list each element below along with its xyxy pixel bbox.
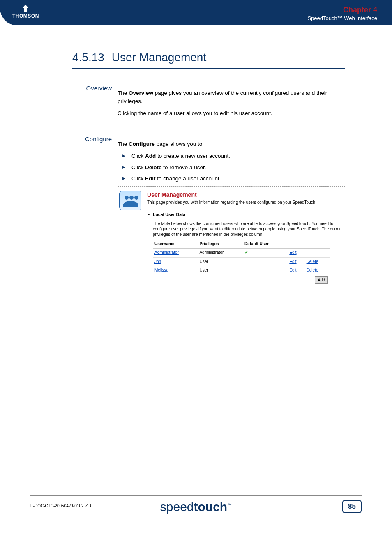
col-default-user: Default User bbox=[243, 240, 288, 249]
table-row: Melissa User Edit Delete bbox=[153, 266, 330, 275]
edit-link[interactable]: Edit bbox=[289, 268, 296, 272]
screenshot-desc: This page provides you with information … bbox=[147, 200, 344, 206]
svg-point-2 bbox=[134, 196, 138, 200]
overview-label: Overview bbox=[72, 81, 118, 122]
col-privileges: Privileges bbox=[198, 240, 242, 249]
text: Click bbox=[131, 175, 145, 182]
overview-bold: Overview bbox=[129, 90, 153, 96]
table-row: Jon User Edit Delete bbox=[153, 257, 330, 266]
configure-rule bbox=[118, 136, 345, 136]
section-heading: 4.5.13 User Management bbox=[72, 51, 206, 64]
table-header-row: Username Privileges Default User bbox=[153, 240, 330, 249]
add-button[interactable]: Add bbox=[315, 276, 328, 284]
text: to create a new user account. bbox=[156, 153, 230, 159]
bold: Edit bbox=[145, 175, 156, 182]
svg-point-0 bbox=[125, 196, 129, 200]
edit-link[interactable]: Edit bbox=[289, 259, 296, 264]
configure-list: Click Add to create a new user account. … bbox=[118, 152, 345, 183]
check-icon: ✔ bbox=[244, 250, 248, 255]
delete-link[interactable]: Delete bbox=[307, 268, 318, 272]
brand-logo: THOMSON bbox=[12, 4, 39, 19]
page-number: 85 bbox=[342, 500, 362, 513]
svg-point-1 bbox=[129, 196, 134, 200]
screenshot-title: User Management bbox=[147, 191, 344, 199]
priv-cell: Administrator bbox=[198, 249, 242, 258]
edit-link[interactable]: Edit bbox=[289, 250, 296, 255]
text: The bbox=[118, 90, 129, 96]
col-username: Username bbox=[153, 240, 198, 249]
section-number: 4.5.13 bbox=[72, 51, 104, 64]
brand-wordmark: speedtouch™ bbox=[0, 500, 392, 514]
text: page allows you to: bbox=[155, 141, 204, 147]
brand-tm: ™ bbox=[227, 502, 232, 507]
chapter-title: Chapter 4 bbox=[307, 6, 377, 14]
priv-cell: User bbox=[198, 257, 242, 266]
configure-item-edit: Click Edit to change a user account. bbox=[121, 175, 345, 183]
user-link-administrator[interactable]: Administrator bbox=[154, 250, 179, 255]
users-table: Username Privileges Default User Adminis… bbox=[153, 240, 330, 286]
bold: Delete bbox=[145, 164, 162, 170]
screenshot-subhead: Local User Data bbox=[147, 212, 344, 218]
users-icon bbox=[119, 191, 141, 210]
brand-bold: touch bbox=[194, 500, 228, 514]
screenshot-note: The table below shows the configured use… bbox=[153, 221, 344, 237]
configure-item-add: Click Add to create a new user account. bbox=[121, 152, 345, 160]
footer-rule bbox=[30, 495, 362, 496]
overview-para2: Clicking the name of a user allows you t… bbox=[118, 109, 345, 117]
chapter-block: Chapter 4 SpeedTouch™ Web Interface bbox=[307, 6, 377, 21]
user-link-melissa[interactable]: Melissa bbox=[154, 268, 168, 272]
delete-link[interactable]: Delete bbox=[307, 259, 318, 264]
embedded-screenshot: User Management This page provides you w… bbox=[118, 186, 345, 292]
text: to change a user account. bbox=[156, 175, 221, 182]
bold: Add bbox=[145, 153, 156, 159]
section-title: User Management bbox=[112, 51, 206, 64]
priv-cell: User bbox=[198, 266, 242, 275]
thomson-mark-icon bbox=[21, 4, 30, 12]
section-rule bbox=[72, 68, 345, 69]
user-link-jon[interactable]: Jon bbox=[154, 259, 161, 264]
overview-rule bbox=[118, 85, 345, 85]
configure-label: Configure bbox=[72, 131, 118, 292]
text: The bbox=[118, 141, 129, 147]
brand-pre: speed bbox=[160, 500, 194, 514]
configure-item-delete: Click Delete to remove a user. bbox=[121, 164, 345, 172]
chapter-subtitle: SpeedTouch™ Web Interface bbox=[307, 15, 377, 21]
configure-bold: Configure bbox=[129, 141, 155, 147]
text: Click bbox=[131, 164, 145, 170]
text: Click bbox=[131, 153, 145, 159]
table-row: Administrator Administrator ✔ Edit bbox=[153, 249, 330, 258]
delete-cell bbox=[305, 249, 330, 258]
overview-para1: The Overview page gives you an overview … bbox=[118, 89, 345, 105]
text: to remove a user. bbox=[162, 164, 206, 170]
brand-logo-text: THOMSON bbox=[12, 13, 39, 19]
overview-block: Overview The Overview page gives you an … bbox=[72, 81, 345, 122]
configure-intro: The Configure page allows you to: bbox=[118, 140, 345, 148]
configure-block: Configure The Configure page allows you … bbox=[72, 131, 345, 292]
top-bar: THOMSON Chapter 4 SpeedTouch™ Web Interf… bbox=[0, 0, 392, 25]
